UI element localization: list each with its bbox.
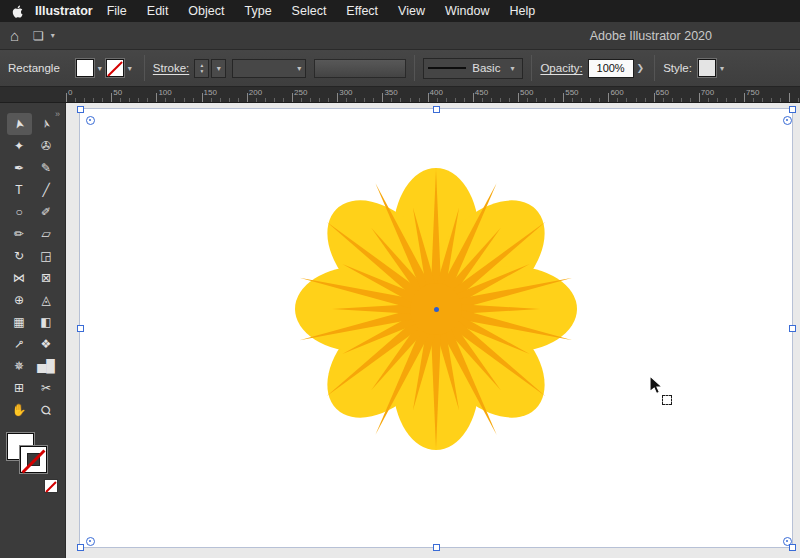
direct-selection-tool[interactable]: ➢: [34, 113, 59, 135]
tool-grid: ➤➢✦✇✒✎T╱○✐✏▱↻◲⋈⊠⊕◬▦◧⊸❖✵▅█⊞✂✋Ϙ: [7, 113, 59, 421]
ruler-label: 500: [520, 88, 533, 97]
selection-handle-top-center[interactable]: [433, 106, 440, 113]
type-tool[interactable]: T: [7, 179, 32, 201]
gradient-tool-icon: ◧: [40, 316, 51, 328]
ruler-label: 750: [746, 88, 759, 97]
blend-tool[interactable]: ❖: [34, 333, 59, 355]
opacity-value-field[interactable]: 100%: [588, 59, 634, 78]
toolbar-stroke-swatch[interactable]: [20, 446, 47, 473]
line-segment-tool[interactable]: ╱: [34, 179, 59, 201]
symbol-sprayer-tool-icon: ✵: [14, 360, 24, 372]
live-corner-widget[interactable]: [783, 537, 792, 546]
live-corner-widget[interactable]: [86, 116, 95, 125]
menu-item-file[interactable]: File: [97, 0, 137, 22]
tools-panel: » ➤➢✦✇✒✎T╱○✐✏▱↻◲⋈⊠⊕◬▦◧⊸❖✵▅█⊞✂✋Ϙ: [0, 103, 66, 558]
selection-handle-mid-right[interactable]: [789, 325, 796, 332]
scale-tool[interactable]: ◲: [34, 245, 59, 267]
eyedropper-tool[interactable]: ⊸: [7, 333, 32, 355]
pen-tool[interactable]: ✒: [7, 157, 32, 179]
menu-item-type[interactable]: Type: [235, 0, 282, 22]
fill-color-swatch[interactable]: [76, 59, 94, 77]
window-title: Adobe Illustrator 2020: [590, 22, 712, 50]
menu-item-object[interactable]: Object: [178, 0, 234, 22]
fill-stroke-swatches: [0, 431, 65, 511]
stroke-panel-link[interactable]: Stroke:: [153, 62, 189, 74]
zoom-tool[interactable]: Ϙ: [34, 399, 59, 421]
magic-wand-tool[interactable]: ✦: [7, 135, 32, 157]
home-icon: ⌂: [10, 27, 19, 44]
ruler-label: 100: [158, 88, 171, 97]
live-corner-widget[interactable]: [783, 116, 792, 125]
menu-item-effect[interactable]: Effect: [336, 0, 388, 22]
eraser-tool-icon: ▱: [41, 228, 50, 240]
selection-handle-mid-left[interactable]: [77, 325, 84, 332]
workspace-icon: ❏: [33, 29, 44, 43]
width-tool[interactable]: ⋈: [7, 267, 32, 289]
eraser-tool[interactable]: ▱: [34, 223, 59, 245]
opacity-panel-link[interactable]: Opacity:: [540, 62, 582, 74]
stroke-weight-stepper[interactable]: ▴ ▾: [194, 59, 209, 78]
canvas-area[interactable]: [66, 103, 800, 558]
perspective-grid-tool[interactable]: ◬: [34, 289, 59, 311]
ruler-label: 0: [68, 88, 72, 97]
ellipse-tool[interactable]: ○: [7, 201, 32, 223]
slice-tool[interactable]: ✂: [34, 377, 59, 399]
pencil-tool[interactable]: ✏: [7, 223, 32, 245]
style-swatch[interactable]: [698, 59, 716, 77]
stepper-down-icon[interactable]: ▾: [200, 68, 203, 74]
menu-item-select[interactable]: Select: [282, 0, 337, 22]
style-chevron-icon[interactable]: ▾: [716, 64, 728, 73]
separator: [531, 55, 532, 81]
selection-tool[interactable]: ➤: [7, 113, 32, 135]
opacity-popup-icon[interactable]: ❯: [637, 63, 645, 73]
workspace-switcher[interactable]: ❏ ▾: [33, 29, 59, 43]
menu-item-edit[interactable]: Edit: [137, 0, 179, 22]
live-corner-widget[interactable]: [86, 537, 95, 546]
fill-chevron-icon[interactable]: ▾: [94, 64, 106, 73]
app-menu-title[interactable]: Illustrator: [35, 4, 93, 18]
menu-item-window[interactable]: Window: [435, 0, 499, 22]
center-anchor-point[interactable]: [434, 307, 439, 312]
type-tool-icon: T: [15, 184, 22, 196]
zoom-tool-icon: Ϙ: [38, 402, 53, 417]
rotate-tool[interactable]: ↻: [7, 245, 32, 267]
selection-handle-top-left[interactable]: [77, 106, 84, 113]
paintbrush-tool[interactable]: ✐: [34, 201, 59, 223]
ruler-label: 600: [610, 88, 623, 97]
shape-builder-tool[interactable]: ⊕: [7, 289, 32, 311]
free-transform-tool[interactable]: ⊠: [34, 267, 59, 289]
symbol-sprayer-tool[interactable]: ✵: [7, 355, 32, 377]
curvature-tool-icon: ✎: [41, 162, 51, 174]
column-graph-tool[interactable]: ▅█: [34, 355, 59, 377]
selection-handle-bottom-left[interactable]: [77, 544, 84, 551]
lasso-tool-icon: ✇: [41, 140, 51, 152]
stroke-color-swatch[interactable]: [106, 59, 124, 77]
menu-item-view[interactable]: View: [388, 0, 435, 22]
transform-cursor-badge: [662, 395, 672, 405]
chevron-down-icon: ▾: [213, 64, 225, 73]
selection-handle-bottom-center[interactable]: [433, 544, 440, 551]
curvature-tool[interactable]: ✎: [34, 157, 59, 179]
brush-definition-disabled[interactable]: [314, 59, 406, 78]
hand-tool[interactable]: ✋: [7, 399, 32, 421]
artboard-tool-icon: ⊞: [14, 382, 24, 394]
lasso-tool[interactable]: ✇: [34, 135, 59, 157]
ruler-label: 650: [656, 88, 669, 97]
brush-definition-select[interactable]: Basic ▾: [423, 58, 523, 79]
ruler-label: 150: [204, 88, 217, 97]
none-swatch[interactable]: [44, 479, 58, 493]
stroke-chevron-icon[interactable]: ▾: [124, 64, 136, 73]
free-transform-tool-icon: ⊠: [41, 272, 51, 284]
variable-width-profile-select[interactable]: ▾: [232, 59, 306, 78]
menu-item-help[interactable]: Help: [499, 0, 545, 22]
artboard-tool[interactable]: ⊞: [7, 377, 32, 399]
gradient-tool[interactable]: ◧: [34, 311, 59, 333]
mesh-tool[interactable]: ▦: [7, 311, 32, 333]
ellipse-tool-icon: ○: [15, 206, 22, 218]
apple-menu-icon[interactable]: [12, 5, 23, 18]
home-button[interactable]: ⌂: [10, 28, 19, 43]
mesh-tool-icon: ▦: [13, 316, 24, 328]
stroke-weight-dropdown[interactable]: ▾: [211, 59, 226, 78]
selection-handle-top-right[interactable]: [789, 106, 796, 113]
horizontal-ruler[interactable]: 0501001502002503003504004505005506006507…: [0, 87, 800, 103]
